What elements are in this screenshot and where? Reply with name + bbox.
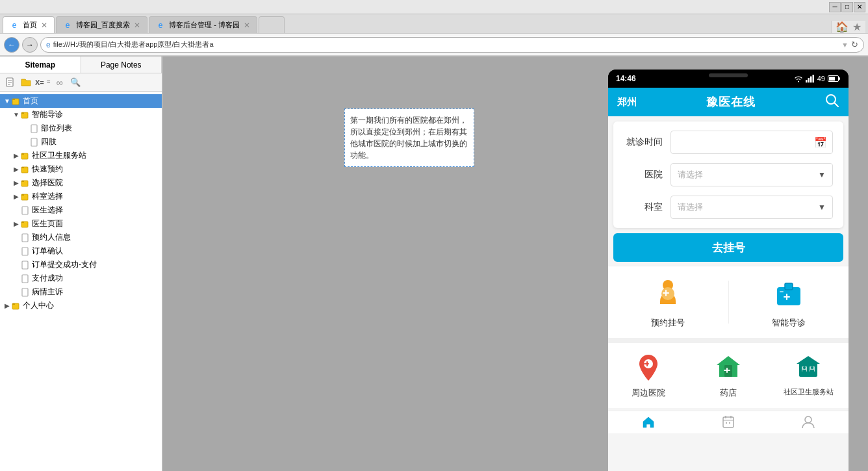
tree-label-yuyue-renxinxi: 预约人信息 [32,232,71,243]
left-panel: Sitemap Page Notes X= = ∞ 🔍 ▼ 首页 [0,57,162,471]
bottom-nav-appoint[interactable] [688,415,768,429]
svg-rect-5 [12,99,15,100]
visit-time-row: 就诊时间 📅 [624,131,833,154]
address-dropdown[interactable]: ▼ [841,41,849,49]
tree-expand-zhineng[interactable]: ▼ [12,111,21,118]
tree-item-bingqing-zhusu[interactable]: 病情主诉 [0,285,162,299]
browser-tabs: e 首页 ✕ e 博客园_百度搜索 ✕ e 博客后台管理 - 博客园 ✕ 🏠 ★ [0,14,868,34]
department-arrow-icon: ▼ [818,203,826,212]
tree-item-xuanze-yiyuan[interactable]: ▶ 选择医院 [0,176,162,190]
hospital-select[interactable]: 请选择 ▼ [670,163,833,186]
department-select[interactable]: 请选择 ▼ [670,196,833,219]
tree-expand-kuaisu[interactable]: ▶ [12,166,21,173]
yaodian-label: 药店 [720,387,737,399]
tree-expand-xuanze-yiyuan[interactable]: ▶ [12,179,21,186]
folder-tool-icon[interactable] [19,76,32,89]
tree-item-zhifu-chenggong[interactable]: 支付成功 [0,272,162,285]
svg-rect-44 [784,296,790,298]
tree-label-keshi: 科室选择 [32,191,63,202]
tree-label-homepage: 首页 [23,95,38,107]
address-refresh[interactable]: ↻ [851,40,858,49]
svg-rect-31 [812,75,814,83]
tab-sitemap[interactable]: Sitemap [0,57,81,73]
feature-zhineng-daozhen[interactable]: 智能导诊 [729,275,849,329]
tree-item-homepage[interactable]: ▼ 首页 [0,94,162,108]
center-canvas: 第一期我们所有的医院都在郑州，所以直接定位到郑州；在后期有其他城市医院的时候加上… [162,57,868,471]
status-time: 14:46 [616,74,636,83]
tree-item-buwei[interactable]: 部位列表 [0,121,162,135]
maximize-button[interactable]: □ [841,2,853,12]
tab-close-homepage[interactable]: ✕ [41,21,47,30]
tree-expand-yisheng-yemian[interactable]: ▶ [12,220,21,227]
home-button[interactable]: 🏠 [836,21,849,33]
bottom-profile-icon [801,415,815,429]
tab-baidu[interactable]: e 博客园_百度搜索 ✕ [56,16,147,33]
svg-line-36 [834,103,838,107]
feature-yuyue-guahao[interactable]: 预约挂号 [608,275,728,329]
tree-label-dingdan-queren: 订单确认 [32,246,63,257]
doc-tool-icon[interactable] [4,76,17,89]
tree-expand-keshi[interactable]: ▶ [12,193,21,200]
tree-item-yisheng-xuanze[interactable]: 医生选择 [0,203,162,217]
close-button[interactable]: ✕ [854,2,865,12]
svg-rect-9 [31,138,37,146]
department-placeholder: 请选择 [678,201,703,213]
svg-rect-34 [839,77,840,80]
tree-item-dingdan-queren[interactable]: 订单确认 [0,244,162,258]
tree-item-yuyue-renxinxi[interactable]: 预约人信息 [0,231,162,244]
feature-zhoubian-yiyuan[interactable]: 周边医院 [608,352,688,399]
main-area: Sitemap Page Notes X= = ∞ 🔍 ▼ 首页 [0,57,868,471]
svg-point-56 [811,366,813,369]
browser-toolbar: ← → e file:///H:/我的项目/白大褂患者app原型/白大褂患者a … [0,34,868,56]
tree-item-dingdan-tijiao[interactable]: 订单提交成功-支付 [0,258,162,272]
go-register-button[interactable]: 去挂号 [613,233,843,262]
tree-item-sizhi[interactable]: 四肢 [0,135,162,149]
zhineng-daozhen-icon [771,275,807,312]
hospital-placeholder: 请选择 [678,169,703,181]
favorites-button[interactable]: ★ [852,21,862,33]
tab-close-baidu[interactable]: ✕ [134,21,140,30]
department-label: 科室 [624,201,663,213]
tree-label-geren: 个人中心 [23,300,54,311]
tree-item-gerenzhongxin[interactable]: ▶ 个人中心 [0,299,162,312]
search-tool-icon[interactable]: 🔍 [69,76,82,89]
tree-item-shequ[interactable]: ▶ 社区卫生服务站 [0,149,162,162]
address-bar[interactable]: e file:///H:/我的项目/白大褂患者app原型/白大褂患者a ▼ ↻ [40,37,864,53]
minimize-button[interactable]: ─ [829,2,841,12]
yuyue-guahao-icon [650,275,686,312]
tree-item-keshi[interactable]: ▶ 科室选择 [0,190,162,203]
tree-expand-homepage[interactable]: ▼ [3,97,12,105]
wifi-icon [794,75,803,83]
tab-loading[interactable] [259,16,285,33]
browser-right-icons: 🏠 ★ [831,21,865,33]
feature-shequ-weisheng[interactable]: 社区卫生服务站 [769,352,849,399]
tab-homepage[interactable]: e 首页 ✕ [3,16,55,33]
svg-rect-30 [810,77,812,83]
svg-rect-7 [21,112,24,114]
yuyue-guahao-icon-box [650,275,686,312]
note-box: 第一期我们所有的医院都在郑州，所以直接定位到郑州；在后期有其他城市医院的时候加上… [344,108,474,167]
tab-title-baidu: 博客园_百度搜索 [76,20,130,30]
tree-label-zhifu-chenggong: 支付成功 [32,273,63,284]
back-button[interactable]: ← [4,37,19,53]
tree-item-yisheng-yemian[interactable]: ▶ 医生页面 [0,217,162,231]
svg-rect-11 [21,153,24,155]
tree-item-kuaisu[interactable]: ▶ 快速预约 [0,162,162,176]
zhineng-daozhen-icon-box [771,275,807,312]
feature-yaodian[interactable]: 药店 [688,352,768,399]
link-tool-icon[interactable]: ∞ [53,76,66,89]
bottom-nav-profile[interactable] [769,415,849,429]
forward-button[interactable]: → [22,37,38,53]
tree-label-kuaisu: 快速预约 [32,164,63,175]
tab-close-blog[interactable]: ✕ [244,21,250,30]
svg-rect-29 [808,78,810,83]
tree-item-zhineng[interactable]: ▼ 智能导诊 [0,108,162,121]
tab-page-notes[interactable]: Page Notes [81,57,162,73]
tab-blog-admin[interactable]: e 博客后台管理 - 博客园 ✕ [149,16,257,33]
tree-expand-geren[interactable]: ▶ [3,302,12,309]
bottom-nav-home[interactable] [608,415,688,429]
yaodian-icon [714,352,743,383]
app-search-button[interactable] [825,94,839,111]
tree-expand-shequ[interactable]: ▶ [12,152,21,159]
visit-time-input[interactable]: 📅 [670,131,833,154]
